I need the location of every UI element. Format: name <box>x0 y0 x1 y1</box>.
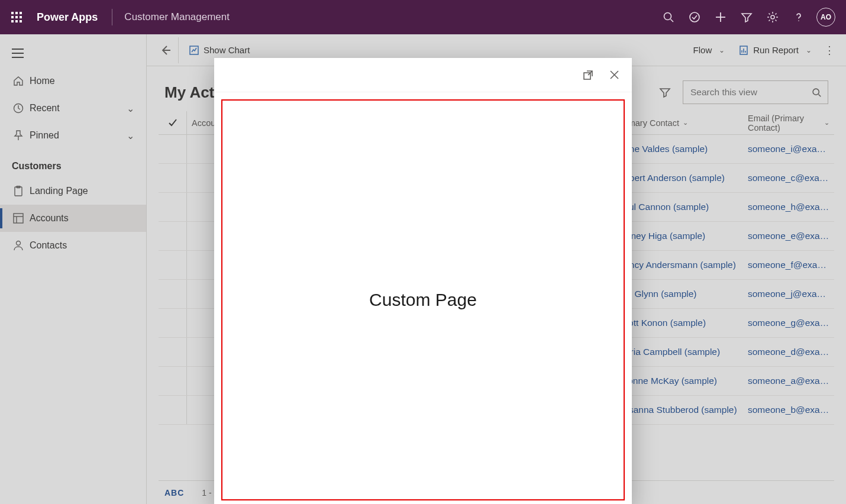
gear-icon[interactable] <box>760 4 786 30</box>
brand-label: Power Apps <box>27 11 112 24</box>
popout-button[interactable] <box>577 64 599 86</box>
dialog-body: Custom Page <box>214 92 632 504</box>
app-name-label: Customer Management <box>112 11 230 23</box>
svg-rect-1 <box>15 12 18 14</box>
svg-rect-8 <box>20 20 22 22</box>
svg-point-15 <box>798 20 799 21</box>
custom-page-frame: Custom Page <box>221 99 625 500</box>
search-icon[interactable] <box>656 4 682 30</box>
filter-icon[interactable] <box>734 4 760 30</box>
dialog-header <box>214 58 632 92</box>
avatar[interactable]: AO <box>816 8 835 27</box>
svg-rect-2 <box>20 12 22 14</box>
add-icon[interactable] <box>708 4 734 30</box>
svg-point-11 <box>690 12 699 22</box>
help-icon[interactable] <box>786 4 812 30</box>
task-icon[interactable] <box>682 4 708 30</box>
svg-rect-5 <box>20 16 22 18</box>
svg-rect-6 <box>11 20 14 22</box>
svg-point-9 <box>664 13 671 20</box>
svg-rect-0 <box>11 12 14 14</box>
svg-rect-7 <box>15 20 18 22</box>
close-button[interactable] <box>603 64 625 86</box>
app-body: Home Recent Pinned Customers Landing Pag… <box>0 34 846 504</box>
svg-rect-4 <box>15 16 18 18</box>
custom-page-dialog: Custom Page <box>214 58 632 504</box>
svg-point-14 <box>771 15 774 19</box>
svg-line-10 <box>671 20 674 22</box>
custom-page-title: Custom Page <box>369 290 477 310</box>
waffle-icon[interactable] <box>6 7 27 28</box>
svg-rect-3 <box>11 16 14 18</box>
global-header: Power Apps Customer Management AO <box>0 0 846 34</box>
